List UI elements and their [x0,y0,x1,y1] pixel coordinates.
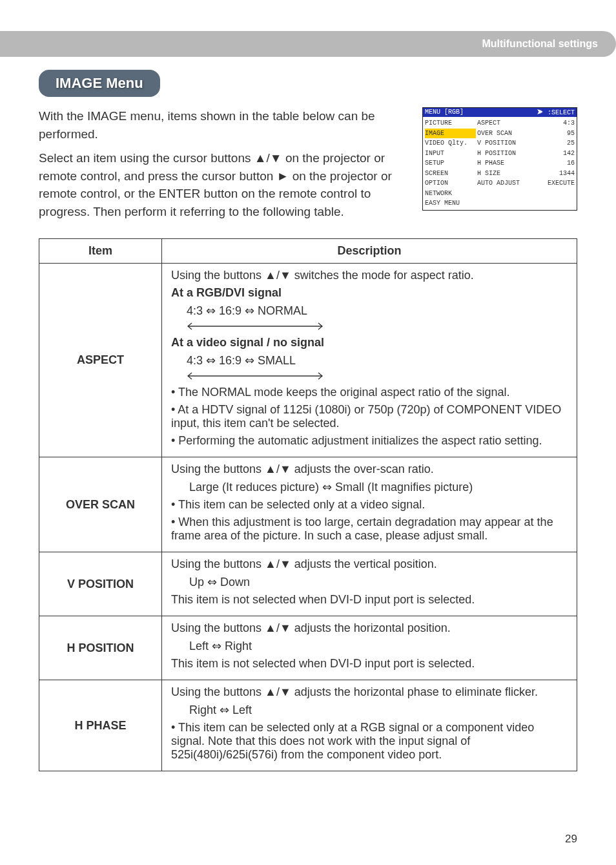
aspect-sig1-title: At a RGB/DVI signal [171,286,568,300]
osd-left-item: NETWORK [425,189,476,199]
row-label-vposition: V POSITION [39,552,162,616]
row-desc-overscan: Using the buttons ▲/▼ adjusts the over-s… [162,457,577,552]
aspect-b1: • The NORMAL mode keeps the original asp… [171,386,568,399]
osd-v: 16 [567,158,575,169]
aspect-line1: Using the buttons ▲/▼ switches the mode … [171,269,568,282]
osd-r: AUTO ADJUST [477,178,520,189]
row-desc-aspect: Using the buttons ▲/▼ switches the mode … [162,264,577,457]
osd-v: 1344 [559,169,575,179]
osd-left-column: PICTURE IMAGE VIDEO Qlty. INPUT SETUP SC… [423,117,476,210]
loop-arrow-icon [187,371,568,380]
row-label-hphase: H PHASE [39,680,162,771]
header-band: Multifunctional settings [0,31,616,57]
intro-para-2: Select an item using the cursor buttons … [39,149,409,220]
aspect-sig2-title: At a video signal / no signal [171,336,568,349]
vpos-line3: This item is not selected when DVI-D inp… [171,593,568,607]
hpos-line2: Left ⇔ Right [189,639,568,653]
hpos-line3: This item is not selected when DVI-D inp… [171,657,568,671]
row-desc-hposition: Using the buttons ▲/▼ adjusts the horizo… [162,616,577,680]
osd-r: V POSITION [477,138,516,149]
osd-right-column: ASPECT4:3 OVER SCAN95 V POSITION25 H POS… [476,117,577,210]
osd-r: ASPECT [477,118,500,129]
hpos-line1: Using the buttons ▲/▼ adjusts the horizo… [171,621,568,635]
osd-left-item: EASY MENU [425,198,476,209]
overscan-line2: Large (It reduces picture) ⇔ Small (It m… [189,480,568,494]
vpos-line1: Using the buttons ▲/▼ adjusts the vertic… [171,558,568,571]
row-desc-vposition: Using the buttons ▲/▼ adjusts the vertic… [162,552,577,616]
hphase-line2: Right ⇔ Left [189,703,568,717]
header-band-text: Multifunctional settings [482,38,598,50]
loop-arrow-icon [187,322,568,331]
osd-title-right: ⮞ :SELECT [537,109,575,116]
overscan-b2: • When this adjustment is too large, cer… [171,516,568,543]
aspect-sig2-opts: 4:3 ⇔ 16:9 ⇔ SMALL [187,353,568,368]
osd-left-item: SETUP [425,158,476,169]
osd-title-left: MENU [RGB] [425,109,464,116]
aspect-b2: • At a HDTV signal of 1125i (1080i) or 7… [171,403,568,430]
osd-left-item: SCREEN [425,169,476,179]
osd-r: H POSITION [477,149,516,159]
osd-left-item: INPUT [425,149,476,159]
hphase-b1: • This item can be selected only at a RG… [171,721,568,762]
osd-left-item: VIDEO Qlty. [425,138,476,149]
row-label-overscan: OVER SCAN [39,457,162,552]
osd-r: H SIZE [477,169,500,179]
th-desc: Description [162,239,577,264]
row-label-aspect: ASPECT [39,264,162,457]
overscan-b1: • This item can be selected only at a vi… [171,498,568,512]
overscan-line1: Using the buttons ▲/▼ adjusts the over-s… [171,463,568,476]
row-desc-hphase: Using the buttons ▲/▼ adjusts the horizo… [162,680,577,771]
intro-para-1: With the IMAGE menu, items shown in the … [39,107,409,143]
th-item: Item [39,239,162,264]
hphase-line1: Using the buttons ▲/▼ adjusts the horizo… [171,685,568,699]
osd-v: 95 [567,129,575,139]
osd-v: 142 [563,149,575,159]
osd-r: H PHASE [477,158,504,169]
osd-left-item: PICTURE [425,118,476,129]
row-label-hposition: H POSITION [39,616,162,680]
section-title: IMAGE Menu [39,70,160,97]
aspect-sig1-opts: 4:3 ⇔ 16:9 ⇔ NORMAL [187,304,568,318]
osd-v: EXECUTE [548,178,575,189]
osd-left-item-highlight: IMAGE [425,129,476,139]
vpos-line2: Up ⇔ Down [189,575,568,589]
settings-table: Item Description ASPECT Using the button… [39,238,577,771]
osd-screenshot: MENU [RGB] ⮞ :SELECT PICTURE IMAGE VIDEO… [422,107,577,211]
osd-v: 4:3 [563,118,575,129]
aspect-b3: • Performing the automatic adjustment in… [171,434,568,448]
osd-v: 25 [567,138,575,149]
intro-text: With the IMAGE menu, items shown in the … [39,107,409,227]
page-number: 29 [565,833,577,846]
osd-r: OVER SCAN [477,129,512,139]
osd-left-item: OPTION [425,178,476,189]
